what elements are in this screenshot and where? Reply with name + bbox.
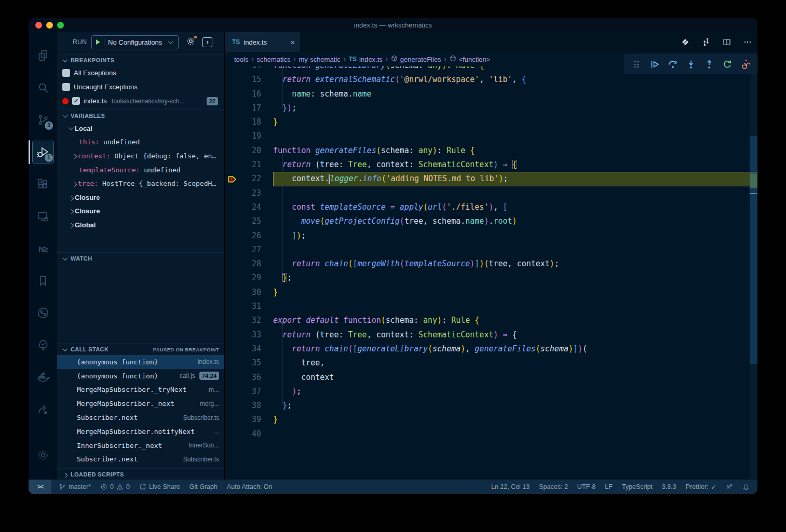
glyph-margin[interactable] xyxy=(225,129,240,143)
code-text[interactable] xyxy=(273,427,757,441)
code-text[interactable]: }; xyxy=(273,271,757,285)
breakpoint-checkbox[interactable]: ✓ xyxy=(72,97,80,105)
variable-row[interactable]: templateSource: undefined xyxy=(57,163,224,177)
code-text[interactable] xyxy=(273,129,757,143)
code-text[interactable]: context xyxy=(273,371,757,385)
breakpoint-row[interactable]: ✓index.tstools/schematics/my-sch...22 xyxy=(57,94,224,108)
breadcrumb-item-schematics[interactable]: schematics xyxy=(256,56,290,63)
code-text[interactable]: } xyxy=(273,115,757,129)
glyph-margin[interactable] xyxy=(225,342,240,356)
code-text[interactable]: function generateFiles(schema: any): Rul… xyxy=(273,144,757,158)
code-text[interactable] xyxy=(273,299,757,313)
glyph-margin[interactable] xyxy=(225,101,240,115)
scope-row[interactable]: Local xyxy=(57,121,224,135)
notifications-item[interactable] xyxy=(738,480,754,494)
prettier-item[interactable]: Prettier: ✓ xyxy=(681,480,721,494)
glyph-margin[interactable] xyxy=(225,313,240,328)
glyph-margin[interactable] xyxy=(225,186,240,200)
disconnect-button[interactable] xyxy=(740,59,751,70)
code-text[interactable]: name: schema.name xyxy=(273,87,757,101)
scope-row[interactable]: Closure xyxy=(57,204,224,219)
call-stack-header[interactable]: CALL STACK PAUSED ON BREAKPOINT xyxy=(57,344,224,355)
code-text[interactable] xyxy=(273,186,757,200)
code-text[interactable]: return chain([generateLibrary(schema), g… xyxy=(273,342,757,356)
activity-settings[interactable] xyxy=(29,439,57,471)
variable-row[interactable]: context: Object {debug: false, en… xyxy=(57,149,224,163)
open-changes-icon[interactable] xyxy=(681,37,690,47)
breadcrumb-item-index-ts[interactable]: TSindex.ts xyxy=(349,56,383,63)
code-line-29[interactable]: 29 }; xyxy=(225,271,757,285)
call-stack-frame[interactable]: (anonymous function)index.ts xyxy=(57,355,224,369)
code-line-40[interactable]: 40 xyxy=(225,427,757,441)
call-stack-frame[interactable]: MergeMapSubscriber.notifyNext... xyxy=(57,425,224,439)
watch-header[interactable]: WATCH xyxy=(57,253,224,264)
call-stack-frame[interactable]: (anonymous function)call.js74:24 xyxy=(57,369,224,383)
code-text[interactable]: return (tree: Tree, context: SchematicCo… xyxy=(273,328,757,342)
code-text[interactable]: ); xyxy=(273,385,757,399)
step-out-button[interactable] xyxy=(703,59,715,70)
glyph-margin[interactable] xyxy=(225,299,240,313)
call-stack-frame[interactable]: InnerSubscriber._nextInnerSub... xyxy=(57,439,224,453)
code-text[interactable]: return (tree: Tree, context: SchematicCo… xyxy=(273,158,757,172)
glyph-margin[interactable] xyxy=(225,115,240,129)
glyph-margin[interactable] xyxy=(225,371,240,385)
step-into-button[interactable] xyxy=(685,59,697,70)
activity-explorer[interactable] xyxy=(29,39,57,72)
glyph-margin[interactable] xyxy=(225,144,240,158)
problems-item[interactable]: 0 0 xyxy=(96,480,134,494)
glyph-margin[interactable] xyxy=(225,73,240,87)
step-over-button[interactable] xyxy=(667,59,679,70)
breadcrumb-item-my-schematic[interactable]: my-schematic xyxy=(299,56,341,63)
breadcrumb-item-tools[interactable]: tools xyxy=(234,56,248,63)
scope-row[interactable]: Closure xyxy=(57,190,224,204)
code-text[interactable]: move(getProjectConfig(tree, schema.name)… xyxy=(273,214,757,228)
call-stack-frame[interactable]: Subscriber.nextSubscriber.ts xyxy=(57,411,224,425)
code-text[interactable]: return externalSchematic('@nrwl/workspac… xyxy=(273,73,757,87)
configure-launch-button[interactable] xyxy=(186,36,196,48)
code-text[interactable] xyxy=(273,243,757,257)
code-line-35[interactable]: 35 tree, xyxy=(225,356,757,370)
glyph-margin[interactable] xyxy=(225,158,240,172)
glyph-margin[interactable] xyxy=(225,243,240,257)
code-line-34[interactable]: 34 return chain([generateLibrary(schema)… xyxy=(225,342,757,356)
code-line-38[interactable]: 38 }; xyxy=(225,399,757,413)
code-line-23[interactable]: 23 xyxy=(225,186,757,200)
breadcrumb-item--function-[interactable]: <function> xyxy=(450,55,491,63)
glyph-margin[interactable] xyxy=(225,214,240,228)
code-text[interactable]: const templateSource = apply(url('./file… xyxy=(273,200,757,214)
launch-configuration-dropdown[interactable]: No Configurations xyxy=(91,35,179,49)
code-text[interactable]: } xyxy=(273,285,757,299)
compare-changes-icon[interactable] xyxy=(701,37,711,47)
encoding-item[interactable]: UTF-8 xyxy=(573,480,600,494)
glyph-margin[interactable] xyxy=(225,413,240,427)
code-line-33[interactable]: 33 return (tree: Tree, context: Schemati… xyxy=(225,328,757,342)
activity-nx-console[interactable]: N≥ xyxy=(29,233,57,265)
code-line-37[interactable]: 37 ); xyxy=(225,385,757,399)
breakpoint-checkbox[interactable] xyxy=(62,83,70,91)
debug-console-button[interactable]: › xyxy=(202,37,212,47)
glyph-margin[interactable] xyxy=(225,271,240,285)
git-graph-item[interactable]: Git Graph xyxy=(185,480,222,494)
editor-scrollbar[interactable] xyxy=(750,66,757,480)
close-tab-icon[interactable]: × xyxy=(290,38,295,47)
glyph-margin[interactable] xyxy=(225,257,240,271)
drag-grip-icon[interactable] xyxy=(631,59,642,70)
code-line-39[interactable]: 39} xyxy=(225,413,757,427)
glyph-margin[interactable] xyxy=(225,66,240,73)
start-debug-icon[interactable] xyxy=(96,39,100,45)
eol-item[interactable]: LF xyxy=(600,480,617,494)
activity-project-tests[interactable] xyxy=(29,329,57,361)
auto-attach-item[interactable]: Auto Attach: On xyxy=(222,480,277,494)
more-actions-icon[interactable] xyxy=(743,37,752,47)
continue-button[interactable] xyxy=(649,59,660,70)
code-text[interactable]: ]); xyxy=(273,229,757,243)
restart-button[interactable] xyxy=(722,59,733,70)
code-text[interactable]: export default function(schema: any): Ru… xyxy=(273,313,757,328)
split-editor-icon[interactable] xyxy=(722,37,731,47)
breakpoint-row[interactable]: Uncaught Exceptions xyxy=(57,80,224,94)
code-text[interactable]: context.logger.info('adding NOTES.md to … xyxy=(273,172,757,186)
glyph-margin[interactable] xyxy=(225,285,240,299)
code-line-18[interactable]: 18} xyxy=(225,115,757,129)
code-editor[interactable]: 14function generateLibrary(schema: any):… xyxy=(225,66,757,480)
code-line-16[interactable]: 16 name: schema.name xyxy=(225,87,757,101)
